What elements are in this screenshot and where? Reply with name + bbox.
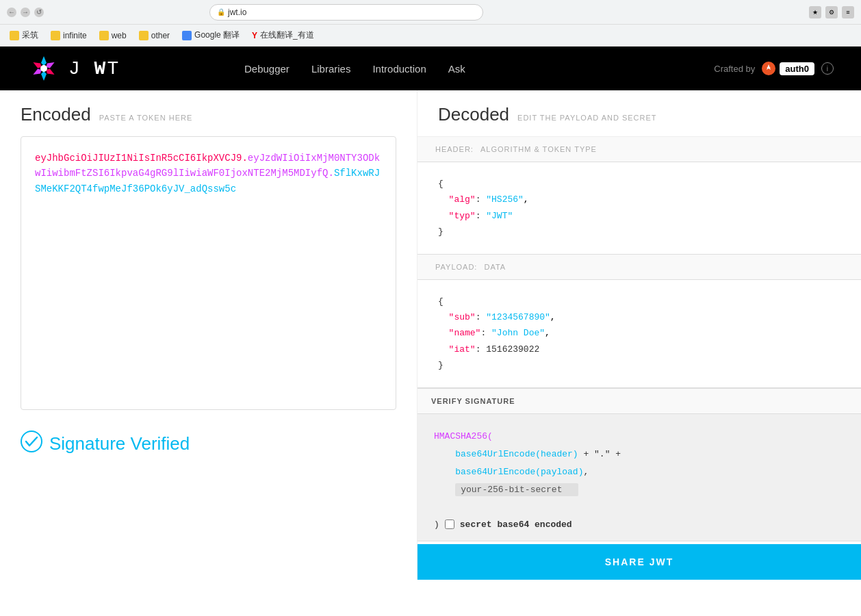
comma1: , [524,194,529,205]
verify-op1: + "." + [578,449,621,459]
navbar-right: Crafted by auth0 i [714,62,834,75]
payload-sub-value: "1234567890" [486,312,550,322]
verify-arg1: base64UrlEncode(header) [455,449,578,459]
svg-point-8 [21,431,42,452]
decoded-subtitle: EDIT THE PAYLOAD AND SECRET [517,114,656,122]
secret-input[interactable] [455,483,578,496]
payload-iat-key: "iat" [449,344,476,355]
svg-marker-0 [41,56,47,66]
header-section: HEADER: ALGORITHM & TOKEN TYPE { "alg": … [417,137,861,255]
verify-op2: , [583,467,589,477]
auth0-label: auth0 [780,62,814,75]
colon2: : [476,211,487,221]
auth0-badge: auth0 [762,62,814,75]
bookmarks-bar: 采筑 infinite web other Google 翻译 Y 在线翻译_有… [0,25,861,47]
payload-name-key: "name" [449,328,481,338]
logo-text: J WT [68,58,120,79]
svg-point-6 [40,65,47,72]
signature-verified: Signature Verified [0,417,417,470]
colon1: : [476,194,487,205]
bookmark-web[interactable]: web [95,29,131,42]
base64-encoded-checkbox[interactable] [445,519,454,529]
forward-button[interactable]: → [21,8,30,17]
bookmark-label-other: other [151,31,170,40]
encoded-header: Encoded PASTE A TOKEN HERE [0,104,417,136]
bookmark-label-caigou: 采筑 [22,29,38,41]
decoded-panel: Decoded EDIT THE PAYLOAD AND SECRET HEAD… [417,90,861,580]
reload-button[interactable]: ↺ [34,8,44,17]
share-jwt-button[interactable]: SHARE JWT [417,544,861,580]
bookmark-icon-youdao: Y [252,31,257,40]
browser-controls: ← → ↺ [7,8,44,17]
bookmark-icon-other [139,31,149,40]
url-text: jwt.io [228,8,246,17]
main-content: Encoded PASTE A TOKEN HERE eyJhbGciOiJIU… [0,90,861,580]
bookmark-icon-google [182,31,192,40]
payload-section-body[interactable]: { "sub": "1234567890", "name": "John Doe… [417,280,861,387]
navbar: J WT Debugger Libraries Introduction Ask… [0,47,861,90]
lock-icon: 🔒 [217,8,225,16]
encoded-panel: Encoded PASTE A TOKEN HERE eyJhbGciOiJIU… [0,90,417,580]
address-bar[interactable]: 🔒 jwt.io [209,4,483,21]
colon3: : [476,312,487,322]
payload-sub-key: "sub" [449,312,476,322]
bookmark-youdao[interactable]: Y 在线翻译_有道 [248,28,318,42]
verify-section-label: VERIFY SIGNATURE [417,388,861,414]
base64-encoded-label: secret base64 encoded [460,519,572,530]
verify-arg2: base64UrlEncode(payload) [455,467,583,477]
header-section-body[interactable]: { "alg": "HS256", "typ": "JWT" } [417,162,861,254]
bookmark-icon-web [99,31,109,40]
navbar-logo: J WT [27,52,120,85]
verify-footer: ) secret base64 encoded [417,513,861,541]
token-dot1: . [242,153,247,164]
bookmark-icon-infinite [51,31,60,40]
verify-body: HMACSHA256( base64UrlEncode(header) + ".… [417,414,861,513]
encoded-subtitle: PASTE A TOKEN HERE [99,114,193,122]
colon4: : [480,328,491,338]
bookmark-google-translate[interactable]: Google 翻译 [178,28,244,42]
token-dot2: . [328,168,333,179]
back-button[interactable]: ← [7,8,16,17]
decoded-header: Decoded EDIT THE PAYLOAD AND SECRET [417,90,861,137]
extension-icon-3[interactable]: ≡ [842,6,854,18]
bookmark-caigou[interactable]: 采筑 [5,28,42,42]
bookmark-other[interactable]: other [135,29,174,42]
signature-verified-text: Signature Verified [49,433,190,454]
header-alg-value: "HS256" [486,194,524,205]
header-alg-key: "alg" [449,194,476,205]
navbar-links: Debugger Libraries Introduction Ask [244,63,465,75]
payload-label: PAYLOAD: [435,263,477,271]
comma3: , [545,328,550,338]
info-button[interactable]: i [821,62,834,75]
payload-iat-value: 1516239022 [486,344,539,355]
crafted-by-label: Crafted by [714,64,755,74]
header-label: HEADER: [435,145,474,153]
nav-introduction[interactable]: Introduction [372,63,426,75]
verify-label: VERIFY SIGNATURE [431,397,515,405]
bookmark-label-web: web [112,31,127,40]
extension-icon-1[interactable]: ★ [809,6,821,18]
verified-check-icon [21,431,42,457]
header-sublabel: ALGORITHM & TOKEN TYPE [480,145,597,153]
extension-icon-2[interactable]: ⚙ [825,6,838,18]
verify-section: VERIFY SIGNATURE HMACSHA256( base64UrlEn… [417,388,861,541]
nav-ask[interactable]: Ask [448,63,465,75]
header-section-label: HEADER: ALGORITHM & TOKEN TYPE [417,137,861,162]
comma2: , [550,312,556,322]
bookmark-label-youdao: 在线翻译_有道 [260,29,314,41]
browser-right-controls: ★ ⚙ ≡ [809,6,854,18]
svg-marker-3 [41,71,47,81]
nav-libraries[interactable]: Libraries [311,63,351,75]
nav-debugger[interactable]: Debugger [244,63,290,75]
bookmark-label-infinite: infinite [63,31,87,40]
browser-bar: ← → ↺ 🔒 jwt.io ★ ⚙ ≡ [0,0,861,25]
verify-func: HMACSHA256( [434,431,493,441]
header-open-brace: { [438,179,444,189]
colon5: : [476,344,487,355]
payload-open-brace: { [438,296,444,307]
bookmark-icon-caigou [10,31,19,40]
bookmark-label-google: Google 翻译 [194,29,240,41]
payload-name-value: "John Doe" [491,328,545,338]
bookmark-infinite[interactable]: infinite [47,29,91,42]
encoded-textarea[interactable]: eyJhbGciOiJIUzI1NiIsInR5cCI6IkpXVCJ9.eyJ… [21,136,396,410]
